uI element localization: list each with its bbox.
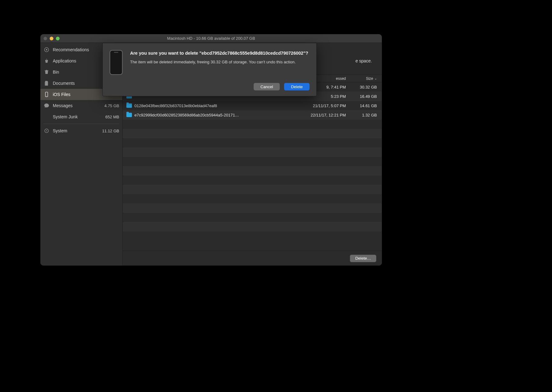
table-row-empty: .: [123, 194, 382, 203]
applications-icon: [43, 58, 50, 64]
table-row-empty: .: [123, 175, 382, 185]
table-row-empty: .: [123, 166, 382, 175]
file-size: 30.32 GB: [349, 85, 380, 89]
maximize-window-button[interactable]: [56, 37, 60, 40]
system-icon: [43, 128, 50, 134]
sidebar-item-system-junk[interactable]: System Junk 652 MB: [40, 111, 122, 122]
table-row-empty: .: [123, 213, 382, 222]
phone-icon: [43, 91, 50, 98]
content-footer: Delete…: [123, 251, 382, 266]
table-row-empty: .: [123, 157, 382, 166]
sidebar-item-size: 652 MB: [105, 115, 119, 119]
dialog-heading: Are you sure you want to delete "ebcd795…: [130, 50, 308, 56]
folder-icon: [126, 103, 132, 108]
cancel-button[interactable]: Cancel: [254, 83, 280, 90]
table-row-empty: .: [123, 231, 382, 241]
lightbulb-icon: [43, 47, 50, 53]
sidebar-item-messages[interactable]: Messages 4.75 GB: [40, 100, 122, 111]
titlebar: Macintosh HD - 10.66 GB available of 200…: [40, 34, 382, 43]
sidebar-item-system[interactable]: System 11.12 GB: [40, 125, 122, 136]
folder-icon: [126, 113, 132, 117]
file-name: e7c92999dcf00d60285238569d86ab20cb5944a5…: [134, 113, 288, 117]
sidebar-item-size: 4.75 GB: [104, 103, 119, 108]
trash-icon: [43, 69, 50, 75]
dialog-body: The item will be deleted immediately, fr…: [130, 59, 308, 65]
sidebar-item-label: Recommendations: [53, 47, 89, 52]
window-title: Macintosh HD - 10.66 GB available of 200…: [40, 36, 382, 41]
table-row-empty: .: [123, 222, 382, 231]
svg-point-1: [46, 49, 48, 51]
file-date: 21/11/17, 5:07 PM: [288, 103, 349, 108]
column-size[interactable]: Size ⌄: [349, 76, 380, 81]
svg-point-5: [46, 130, 47, 131]
file-name: 0128e043fbec86f32b837013e8b0eblad47eaf8: [134, 103, 288, 108]
chevron-down-icon: ⌄: [374, 77, 377, 80]
traffic-lights: [43, 37, 60, 40]
table-row-empty: .: [123, 203, 382, 213]
sidebar-item-label: Documents: [53, 81, 75, 86]
table-row-empty: .: [123, 138, 382, 148]
storage-management-window: Macintosh HD - 10.66 GB available of 200…: [40, 34, 382, 266]
close-window-button[interactable]: [43, 37, 47, 40]
sidebar-divider: [43, 124, 119, 124]
delete-button[interactable]: Delete: [284, 83, 310, 90]
table-row[interactable]: e7c92999dcf00d60285238569d86ab20cb5944a5…: [123, 110, 382, 120]
sidebar-item-label: Applications: [53, 58, 76, 63]
table-row-empty: .: [123, 129, 382, 138]
table-body: ebcd7952dc7868c555e9d8d810cedcd790726002…: [123, 82, 382, 251]
documents-icon: [43, 80, 50, 86]
file-size: 14.61 GB: [349, 103, 380, 108]
sidebar-item-label: Messages: [53, 103, 73, 108]
svg-point-3: [46, 96, 47, 97]
table-row[interactable]: 0128e043fbec86f32b837013e8b0eblad47eaf8 …: [123, 101, 382, 110]
sidebar-item-label: System: [53, 128, 67, 133]
file-size: 16.49 GB: [349, 94, 380, 99]
table-row-empty: .: [123, 120, 382, 129]
sidebar-item-size: 11.12 GB: [102, 129, 119, 133]
sidebar-item-label: Bin: [53, 70, 59, 75]
file-size: 1.32 GB: [349, 113, 380, 117]
sidebar-item-label: iOS Files: [53, 92, 70, 97]
minimize-window-button[interactable]: [50, 37, 53, 40]
table-row-empty: .: [123, 185, 382, 194]
confirm-delete-dialog: Are you sure you want to delete "ebcd795…: [102, 43, 317, 96]
table-row-empty: .: [123, 148, 382, 157]
file-date: 22/11/17, 12:21 PM: [288, 113, 349, 117]
messages-icon: [43, 103, 50, 109]
device-icon: [110, 50, 123, 75]
delete-selected-button[interactable]: Delete…: [350, 255, 376, 262]
sidebar-item-label: System Junk: [53, 114, 78, 119]
